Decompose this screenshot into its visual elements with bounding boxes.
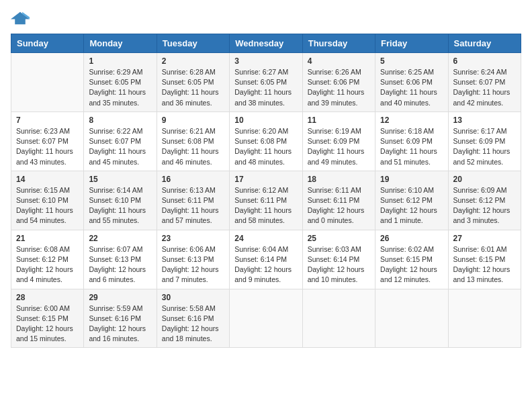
day-info: Sunrise: 6:03 AMSunset: 6:14 PMDaylight:… [308, 244, 370, 285]
day-info: Sunrise: 6:01 AMSunset: 6:15 PMDaylight:… [453, 244, 516, 285]
day-number: 17 [234, 175, 297, 184]
header-monday: Monday [84, 34, 157, 53]
day-info: Sunrise: 6:00 AMSunset: 6:15 PMDaylight:… [16, 304, 79, 345]
day-info: Sunrise: 6:19 AMSunset: 6:09 PMDaylight:… [308, 126, 370, 167]
calendar-day: 24Sunrise: 6:04 AMSunset: 6:14 PMDayligh… [230, 230, 302, 289]
day-info: Sunrise: 6:15 AMSunset: 6:10 PMDaylight:… [16, 185, 79, 226]
calendar-week-1: 1Sunrise: 6:29 AMSunset: 6:05 PMDaylight… [11, 53, 521, 112]
calendar-week-4: 21Sunrise: 6:08 AMSunset: 6:12 PMDayligh… [11, 230, 521, 289]
calendar-week-2: 7Sunrise: 6:23 AMSunset: 6:07 PMDaylight… [11, 111, 521, 171]
calendar-day: 9Sunrise: 6:21 AMSunset: 6:08 PMDaylight… [157, 111, 229, 171]
day-number: 13 [453, 116, 516, 125]
calendar-day: 5Sunrise: 6:25 AMSunset: 6:06 PMDaylight… [375, 53, 448, 112]
calendar-day: 23Sunrise: 6:06 AMSunset: 6:13 PMDayligh… [157, 230, 229, 289]
day-number: 16 [162, 175, 224, 184]
calendar-week-3: 14Sunrise: 6:15 AMSunset: 6:10 PMDayligh… [11, 171, 521, 230]
day-info: Sunrise: 6:27 AMSunset: 6:05 PMDaylight:… [234, 67, 297, 108]
day-number: 2 [162, 56, 224, 66]
calendar-day: 19Sunrise: 6:10 AMSunset: 6:12 PMDayligh… [375, 171, 448, 230]
calendar-day [302, 289, 375, 348]
header-sunday: Sunday [11, 34, 84, 53]
day-number: 25 [308, 234, 370, 243]
day-info: Sunrise: 6:12 AMSunset: 6:11 PMDaylight:… [234, 185, 297, 226]
calendar-day: 10Sunrise: 6:20 AMSunset: 6:08 PMDayligh… [230, 111, 302, 171]
calendar-day: 2Sunrise: 6:28 AMSunset: 6:05 PMDaylight… [157, 53, 229, 112]
day-number: 18 [308, 175, 370, 184]
day-info: Sunrise: 6:26 AMSunset: 6:06 PMDaylight:… [308, 67, 370, 108]
day-number: 4 [308, 56, 370, 66]
calendar-day [11, 53, 84, 112]
calendar-day: 6Sunrise: 6:24 AMSunset: 6:07 PMDaylight… [448, 53, 521, 112]
calendar-day: 11Sunrise: 6:19 AMSunset: 6:09 PMDayligh… [302, 111, 375, 171]
calendar-day [448, 289, 521, 348]
calendar-day: 4Sunrise: 6:26 AMSunset: 6:06 PMDaylight… [302, 53, 375, 112]
day-number: 10 [234, 116, 297, 125]
day-info: Sunrise: 6:28 AMSunset: 6:05 PMDaylight:… [162, 67, 224, 108]
calendar-week-5: 28Sunrise: 6:00 AMSunset: 6:15 PMDayligh… [11, 289, 521, 348]
calendar-day [230, 289, 302, 348]
day-info: Sunrise: 6:17 AMSunset: 6:09 PMDaylight:… [453, 126, 516, 167]
day-number: 27 [453, 234, 516, 243]
calendar-day: 12Sunrise: 6:18 AMSunset: 6:09 PMDayligh… [375, 111, 448, 171]
calendar-day: 3Sunrise: 6:27 AMSunset: 6:05 PMDaylight… [230, 53, 302, 112]
calendar-day: 8Sunrise: 6:22 AMSunset: 6:07 PMDaylight… [84, 111, 157, 171]
calendar-day: 29Sunrise: 5:59 AMSunset: 6:16 PMDayligh… [84, 289, 157, 348]
logo [11, 11, 32, 26]
calendar-day: 17Sunrise: 6:12 AMSunset: 6:11 PMDayligh… [230, 171, 302, 230]
day-info: Sunrise: 6:07 AMSunset: 6:13 PMDaylight:… [89, 244, 151, 285]
day-info: Sunrise: 6:13 AMSunset: 6:11 PMDaylight:… [162, 185, 224, 226]
header [11, 11, 521, 26]
day-number: 12 [380, 116, 443, 125]
day-info: Sunrise: 6:04 AMSunset: 6:14 PMDaylight:… [234, 244, 297, 285]
day-info: Sunrise: 6:08 AMSunset: 6:12 PMDaylight:… [16, 244, 79, 285]
header-saturday: Saturday [448, 34, 521, 53]
day-number: 29 [89, 293, 151, 302]
day-number: 20 [453, 175, 516, 184]
calendar-day: 7Sunrise: 6:23 AMSunset: 6:07 PMDaylight… [11, 111, 84, 171]
header-wednesday: Wednesday [230, 34, 302, 53]
day-number: 14 [16, 175, 79, 184]
svg-marker-1 [11, 12, 30, 25]
calendar-day: 25Sunrise: 6:03 AMSunset: 6:14 PMDayligh… [302, 230, 375, 289]
day-info: Sunrise: 6:06 AMSunset: 6:13 PMDaylight:… [162, 244, 224, 285]
day-info: Sunrise: 6:23 AMSunset: 6:07 PMDaylight:… [16, 126, 79, 167]
calendar-day: 28Sunrise: 6:00 AMSunset: 6:15 PMDayligh… [11, 289, 84, 348]
calendar-day: 26Sunrise: 6:02 AMSunset: 6:15 PMDayligh… [375, 230, 448, 289]
day-number: 3 [234, 56, 297, 66]
header-thursday: Thursday [302, 34, 375, 53]
day-number: 9 [162, 116, 224, 125]
day-info: Sunrise: 6:29 AMSunset: 6:05 PMDaylight:… [89, 67, 151, 108]
day-info: Sunrise: 6:11 AMSunset: 6:11 PMDaylight:… [308, 185, 370, 226]
day-info: Sunrise: 6:09 AMSunset: 6:12 PMDaylight:… [453, 185, 516, 226]
day-info: Sunrise: 6:25 AMSunset: 6:06 PMDaylight:… [380, 67, 443, 108]
day-number: 8 [89, 116, 151, 125]
day-number: 22 [89, 234, 151, 243]
day-number: 24 [234, 234, 297, 243]
calendar-day: 21Sunrise: 6:08 AMSunset: 6:12 PMDayligh… [11, 230, 84, 289]
day-info: Sunrise: 6:10 AMSunset: 6:12 PMDaylight:… [380, 185, 443, 226]
day-number: 21 [16, 234, 79, 243]
day-info: Sunrise: 5:58 AMSunset: 6:16 PMDaylight:… [162, 304, 224, 345]
day-number: 26 [380, 234, 443, 243]
header-tuesday: Tuesday [157, 34, 229, 53]
calendar-day: 27Sunrise: 6:01 AMSunset: 6:15 PMDayligh… [448, 230, 521, 289]
day-info: Sunrise: 6:18 AMSunset: 6:09 PMDaylight:… [380, 126, 443, 167]
calendar-day: 14Sunrise: 6:15 AMSunset: 6:10 PMDayligh… [11, 171, 84, 230]
day-info: Sunrise: 6:24 AMSunset: 6:07 PMDaylight:… [453, 67, 516, 108]
calendar-day [375, 289, 448, 348]
day-number: 28 [16, 293, 79, 302]
day-info: Sunrise: 5:59 AMSunset: 6:16 PMDaylight:… [89, 304, 151, 345]
header-friday: Friday [375, 34, 448, 53]
calendar-header-row: SundayMondayTuesdayWednesdayThursdayFrid… [11, 34, 521, 53]
day-number: 23 [162, 234, 224, 243]
calendar-day: 16Sunrise: 6:13 AMSunset: 6:11 PMDayligh… [157, 171, 229, 230]
calendar-day: 15Sunrise: 6:14 AMSunset: 6:10 PMDayligh… [84, 171, 157, 230]
day-number: 1 [89, 56, 151, 66]
day-number: 15 [89, 175, 151, 184]
day-number: 11 [308, 116, 370, 125]
day-number: 30 [162, 293, 224, 302]
day-info: Sunrise: 6:20 AMSunset: 6:08 PMDaylight:… [234, 126, 297, 167]
day-number: 7 [16, 116, 79, 125]
logo-icon [11, 11, 30, 26]
calendar-day: 22Sunrise: 6:07 AMSunset: 6:13 PMDayligh… [84, 230, 157, 289]
